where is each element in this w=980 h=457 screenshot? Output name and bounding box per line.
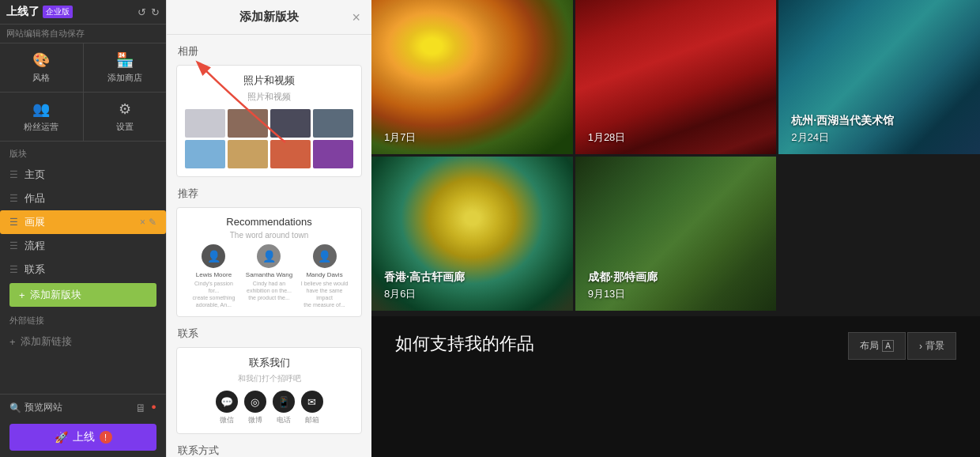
sidebar-icon-grid: 🎨 风格 🏪 添加商店 👥 粉丝运营 ⚙ 设置 — [0, 43, 166, 142]
main-bottom: 如何支持我的作品 布局 A › 背景 — [371, 316, 980, 457]
preview-row: 🔍 预览网站 🖥 ● — [0, 395, 166, 421]
add-link-button[interactable]: + 添加新链接 — [0, 330, 166, 353]
contact-weibo: ◎ 微博 — [244, 391, 266, 425]
gallery-cell-flowers: 1月7日 — [371, 0, 573, 154]
drag-handle-icon: ☰ — [9, 264, 18, 275]
drag-handle-icon: ☰ — [9, 240, 18, 251]
contact-wechat: 💬 微信 — [216, 391, 238, 425]
preview-button[interactable]: 🔍 预览网站 — [9, 401, 62, 414]
avatar-3: 👤 — [313, 244, 337, 268]
phone-icon: 📱 — [273, 391, 295, 413]
photo-video-title: 照片和视频 — [243, 74, 295, 88]
wechat-label: 微信 — [220, 415, 234, 425]
photo-cell-1 — [185, 109, 225, 138]
rec-name-1: Lewis Moore — [196, 271, 232, 278]
rec-text-1: Cindy's passion for...create somethingad… — [188, 280, 239, 308]
rec-person-1: 👤 Lewis Moore Cindy's passion for...crea… — [188, 244, 239, 308]
sidebar: 上线了 企业版 ↺ ↻ 网站编辑将自动保存 🎨 风格 🏪 添加商店 👥 粉丝运营… — [0, 0, 166, 457]
sidebar-item-home[interactable]: ☰ 主页 — [0, 163, 166, 187]
undo-redo-controls: ↺ ↻ — [138, 6, 160, 18]
item-actions: × ✎ — [140, 217, 156, 228]
date-label-3: 2月24日 — [791, 130, 829, 145]
contact-email: ✉ 邮箱 — [301, 391, 323, 425]
publish-button[interactable]: 🚀 上线 ! — [9, 424, 156, 451]
chevron-right-icon: › — [919, 341, 922, 352]
rec-title: Recommendations — [226, 216, 311, 228]
avatar-1: 👤 — [202, 244, 225, 268]
block-card-recommendations[interactable]: Recommendations The word around town 👤 L… — [176, 207, 362, 317]
photo-cell-8 — [313, 140, 353, 168]
sidebar-item-fans[interactable]: 👥 粉丝运营 — [0, 93, 83, 141]
delete-icon[interactable]: × — [140, 217, 145, 228]
warning-badge: ! — [100, 431, 112, 444]
modal-header: 添加新版块 × — [167, 0, 371, 35]
sidebar-item-style[interactable]: 🎨 风格 — [0, 43, 83, 92]
block-card-photo-video[interactable]: 照片和视频 照片和视频 — [176, 65, 362, 177]
rocket-icon: 🚀 — [55, 431, 68, 444]
date-label-5: 9月13日 — [588, 287, 626, 301]
block-card-contact-us[interactable]: 联系我们 和我们打个招呼吧 💬 微信 ◎ 微博 📱 电话 — [176, 347, 362, 434]
style-icon: 🎨 — [32, 51, 50, 69]
blocks-section-label: 版块 — [0, 142, 166, 163]
bottom-controls: 布局 A › 背景 — [848, 332, 956, 360]
drag-handle-icon: ☰ — [9, 193, 18, 204]
section-album-title: 相册 — [176, 44, 362, 59]
add-block-button[interactable]: + 添加新版块 — [9, 283, 156, 307]
redo-icon[interactable]: ↻ — [151, 6, 160, 18]
search-icon: 🔍 — [9, 402, 21, 414]
sidebar-item-contact[interactable]: ☰ 联系 — [0, 258, 166, 281]
sidebar-item-works[interactable]: ☰ 作品 — [0, 187, 166, 210]
logo-text: 上线了 — [6, 5, 40, 19]
background-button[interactable]: › 背景 — [907, 332, 956, 360]
process-label: 流程 — [24, 239, 45, 253]
contact-label: 联系 — [24, 262, 45, 277]
auto-save-notice: 网站编辑将自动保存 — [0, 25, 166, 43]
undo-icon[interactable]: ↺ — [138, 6, 146, 18]
add-link-label: 添加新链接 — [21, 334, 72, 349]
venue-label-3: 成都·那特画廊 — [588, 270, 658, 285]
gallery-cell-teal: 杭州·西湖当代美术馆 2月24日 — [778, 0, 980, 154]
sidebar-item-process[interactable]: ☰ 流程 — [0, 234, 166, 258]
drag-handle-icon: ☰ — [9, 169, 18, 180]
add-shop-label: 添加商店 — [107, 72, 142, 84]
rec-text-2: Cindy had anexhibition on the...the prod… — [247, 280, 292, 301]
sidebar-item-settings[interactable]: ⚙ 设置 — [84, 93, 167, 141]
date-label-4: 8月6日 — [384, 287, 416, 301]
date-label-2: 1月28日 — [588, 130, 626, 145]
section-contact-method-title: 联系方式 — [176, 444, 362, 457]
logo-area: 上线了 企业版 — [6, 5, 73, 19]
close-button[interactable]: × — [352, 9, 360, 25]
sidebar-item-add-shop[interactable]: 🏪 添加商店 — [84, 43, 167, 92]
notification-badge: ● — [151, 402, 156, 414]
section-contact-title: 联系 — [176, 327, 362, 341]
gallery-cell-green: 成都·那特画廊 9月13日 — [575, 157, 777, 311]
main-content: 1月7日 1月28日 杭州·西湖当代美术馆 2月24日 香港·高古轩画廊 — [371, 0, 980, 457]
enterprise-badge: 企业版 — [43, 6, 73, 18]
layout-button[interactable]: 布局 A — [848, 332, 906, 360]
gallery-cell-flowers2: 香港·高古轩画廊 8月6日 — [371, 157, 573, 311]
bottom-left: 如何支持我的作品 — [395, 332, 534, 356]
publish-label: 上线 — [73, 430, 95, 444]
sidebar-item-gallery[interactable]: ☰ 画展 × ✎ — [0, 210, 166, 234]
drag-handle-icon: ☰ — [9, 217, 18, 228]
photo-cell-7 — [270, 140, 311, 168]
add-block-label: 添加新版块 — [30, 288, 81, 302]
plus-icon: + — [9, 336, 16, 348]
layout-icon: A — [882, 340, 894, 352]
weibo-icon: ◎ — [244, 391, 266, 413]
fans-icon: 👥 — [32, 100, 50, 118]
edit-icon[interactable]: ✎ — [149, 217, 156, 228]
contact-phone: 📱 电话 — [273, 391, 295, 425]
settings-icon: ⚙ — [119, 100, 131, 118]
rec-person-2: 👤 Samantha Wang Cindy had anexhibition o… — [243, 244, 294, 308]
sidebar-bottom: 🔍 预览网站 🖥 ● 🚀 上线 ! — [0, 394, 166, 457]
phone-label: 电话 — [277, 415, 291, 425]
weibo-label: 微博 — [248, 415, 262, 425]
background-label: 背景 — [925, 339, 944, 353]
section-recommend-title: 推荐 — [176, 187, 362, 201]
monitor-icon[interactable]: 🖥 — [135, 402, 146, 414]
photo-video-subtitle: 照片和视频 — [247, 91, 291, 103]
venue-label-2: 香港·高古轩画廊 — [384, 270, 465, 285]
contact-us-subtitle: 和我们打个招呼吧 — [238, 373, 301, 384]
gallery-label: 画展 — [24, 215, 45, 229]
